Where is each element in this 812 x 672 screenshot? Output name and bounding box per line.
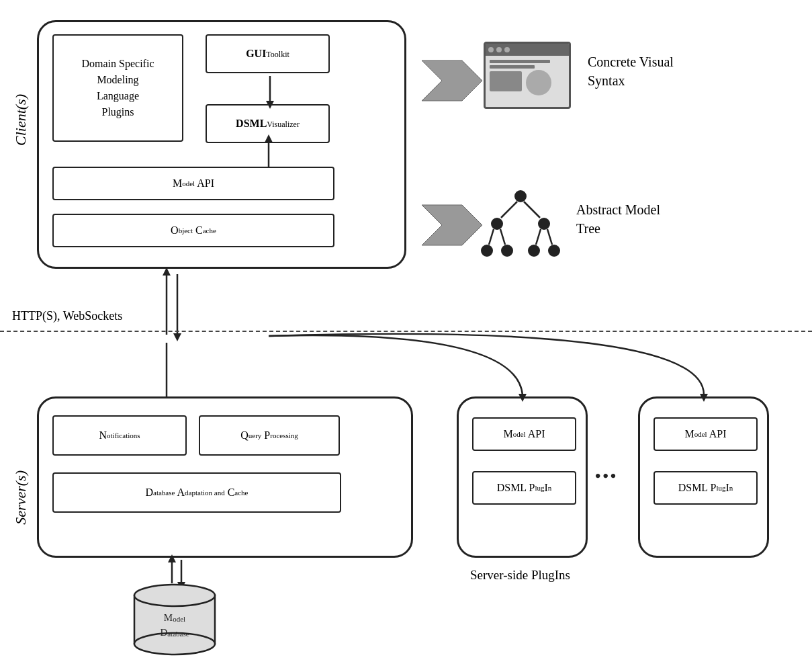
svg-marker-9 bbox=[173, 333, 181, 341]
svg-line-24 bbox=[501, 202, 517, 218]
abstract-model-tree-label: Abstract ModelTree bbox=[576, 200, 660, 238]
model-api-plugin1-label: Model API bbox=[503, 428, 545, 440]
svg-point-20 bbox=[481, 245, 493, 257]
client-label: Client(s) bbox=[12, 94, 30, 146]
svg-point-17 bbox=[514, 190, 527, 202]
db-adaptation-label: Database Adaptation and Cache bbox=[145, 487, 248, 499]
svg-line-29 bbox=[547, 229, 552, 245]
svg-line-27 bbox=[500, 229, 505, 245]
model-api-plugin2-box: Model API bbox=[653, 417, 758, 451]
model-api-client-box: Model API bbox=[52, 167, 334, 200]
server-main-box: Notifications Query Processing Database … bbox=[37, 396, 413, 558]
dots-separator: ••• bbox=[595, 467, 618, 485]
server-label: Server(s) bbox=[12, 470, 30, 525]
svg-point-21 bbox=[501, 245, 513, 257]
svg-point-19 bbox=[538, 218, 550, 230]
dsml-plugin1-label: DSML PlugIn bbox=[497, 482, 552, 494]
plugin-box-2: Model API DSML PlugIn bbox=[638, 396, 769, 558]
plugin-box-1: Model API DSML PlugIn bbox=[457, 396, 588, 558]
svg-point-31 bbox=[134, 585, 215, 606]
db-cylinder: Model Database bbox=[128, 583, 222, 660]
svg-line-26 bbox=[489, 229, 494, 245]
diagram-container: Client(s) Domain SpecificModelingLanguag… bbox=[0, 0, 812, 672]
dsml-plugin2-label: DSML PlugIn bbox=[678, 482, 733, 494]
svg-point-22 bbox=[528, 245, 540, 257]
gui-toolkit-label: GUIToolkit bbox=[246, 48, 289, 60]
dsml-plugins-label: Domain SpecificModelingLanguagePlugins bbox=[82, 56, 154, 120]
svg-line-25 bbox=[524, 202, 540, 218]
dsml-visualizer-label: DSMLVisualizer bbox=[236, 118, 300, 130]
query-processing-box: Query Processing bbox=[199, 415, 340, 456]
gui-toolkit-box: GUIToolkit bbox=[206, 34, 330, 73]
svg-line-28 bbox=[536, 229, 541, 245]
object-cache-box: Object Cache bbox=[52, 214, 334, 247]
http-label: HTTP(S), WebSockets bbox=[12, 309, 122, 323]
db-adaptation-box: Database Adaptation and Cache bbox=[52, 472, 341, 513]
object-cache-label: Object Cache bbox=[171, 224, 216, 237]
svg-point-23 bbox=[548, 245, 560, 257]
dsml-plugins-box: Domain SpecificModelingLanguagePlugins bbox=[52, 34, 183, 142]
http-dashed-line bbox=[0, 331, 812, 332]
concrete-visual-syntax-label: Concrete VisualSyntax bbox=[588, 52, 674, 90]
svg-marker-4 bbox=[422, 60, 482, 101]
tree-icon bbox=[480, 187, 561, 263]
model-api-client-label: Model API bbox=[173, 177, 214, 190]
svg-marker-5 bbox=[422, 205, 482, 245]
notifications-label: Notifications bbox=[99, 429, 140, 442]
dsml-plugin1-box: DSML PlugIn bbox=[472, 471, 576, 505]
client-box: Domain SpecificModelingLanguagePlugins G… bbox=[37, 20, 406, 269]
dsml-visualizer-box: DSMLVisualizer bbox=[206, 104, 330, 143]
query-processing-label: Query Processing bbox=[240, 429, 298, 442]
server-plugins-label: Server-side PlugIns bbox=[470, 568, 570, 583]
svg-point-18 bbox=[491, 218, 503, 230]
model-api-plugin2-label: Model API bbox=[684, 428, 726, 440]
dsml-plugin2-box: DSML PlugIn bbox=[653, 471, 758, 505]
notifications-box: Notifications bbox=[52, 415, 187, 456]
model-api-plugin1-box: Model API bbox=[472, 417, 576, 451]
browser-icon bbox=[484, 42, 571, 109]
